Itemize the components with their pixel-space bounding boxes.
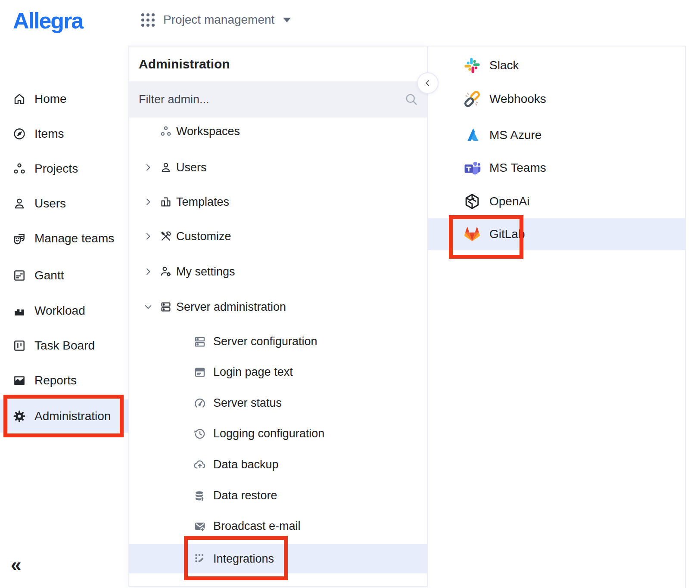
reports-icon: [12, 373, 27, 388]
history-icon: [192, 426, 208, 442]
administration-panel: Administration Workspaces Users Template…: [128, 46, 428, 587]
tree-item-users[interactable]: Users: [129, 150, 427, 185]
workspace-switcher[interactable]: Project management: [141, 13, 291, 27]
gantt-icon: [12, 268, 27, 283]
workload-icon: [12, 303, 27, 318]
azure-logo: [462, 125, 482, 145]
integration-item-webhooks[interactable]: Webhooks: [428, 82, 685, 116]
database-up-icon: [192, 488, 208, 504]
apps-grid-icon: [141, 13, 155, 27]
tools-icon: [159, 229, 173, 244]
server-icon: [192, 334, 208, 350]
sidebar-item-gantt[interactable]: Gantt: [0, 258, 128, 293]
gear-icon: [12, 409, 27, 424]
tree-item-data-backup[interactable]: Data backup: [129, 449, 427, 480]
tree-item-templates[interactable]: Templates: [129, 185, 427, 219]
workspace-label: Project management: [163, 13, 274, 27]
user-gear-icon: [159, 264, 173, 279]
integrations-list-panel: Slack Webhooks MS Azure: [428, 46, 686, 588]
tree-item-customize[interactable]: Customize: [129, 219, 427, 254]
search-icon: [404, 92, 419, 107]
sidebar-item-home[interactable]: Home: [0, 82, 128, 116]
tree-item-server-administration[interactable]: Server administration: [129, 290, 427, 324]
sidebar-item-task-board[interactable]: Task Board: [0, 328, 128, 363]
tree-item-server-configuration[interactable]: Server configuration: [129, 326, 427, 357]
sidebar-item-administration[interactable]: Administration: [0, 399, 128, 433]
gauge-icon: [192, 396, 208, 411]
filter-admin-input[interactable]: [139, 93, 389, 106]
integration-item-gitlab[interactable]: GitLab: [428, 218, 685, 250]
sidebar-item-workload[interactable]: Workload: [0, 294, 128, 328]
chevron-right-icon[interactable]: [143, 266, 153, 277]
chevron-right-icon[interactable]: [143, 231, 153, 241]
gitlab-logo: [462, 224, 482, 244]
openai-logo: [462, 192, 482, 211]
columns-icon: [159, 195, 173, 209]
user-icon: [12, 196, 27, 211]
masks-icon: [12, 231, 27, 246]
home-icon: [12, 92, 27, 106]
sidebar-item-reports[interactable]: Reports: [0, 363, 128, 398]
integration-item-ms-azure[interactable]: MS Azure: [428, 118, 685, 152]
tree-item-broadcast-email[interactable]: Broadcast e-mail: [129, 511, 427, 542]
kanban-icon: [12, 338, 27, 353]
sidebar-collapse-button[interactable]: «: [11, 555, 21, 574]
app-logo[interactable]: Allegra: [13, 8, 83, 34]
teams-logo: [462, 158, 482, 178]
mail-send-icon: [192, 519, 208, 534]
tree-item-server-status[interactable]: Server status: [129, 388, 427, 418]
slack-logo: [462, 56, 482, 75]
sidebar-item-users[interactable]: Users: [0, 186, 128, 221]
nodes-icon: [12, 161, 27, 176]
panel-collapse-button[interactable]: [417, 72, 439, 94]
chevron-down-icon[interactable]: [143, 302, 153, 312]
user-icon: [159, 160, 173, 175]
admin-filter-bar: [129, 81, 427, 118]
chevron-down-icon: [283, 18, 291, 22]
nodes-icon: [159, 124, 173, 139]
chevron-right-icon[interactable]: [143, 162, 153, 173]
integration-item-ms-teams[interactable]: MS Teams: [428, 151, 685, 185]
webhook-link-icon: [462, 89, 482, 109]
cloud-upload-icon: [192, 457, 208, 473]
page-text-icon: [192, 365, 208, 380]
tree-item-workspaces[interactable]: Workspaces: [129, 114, 427, 149]
tree-item-data-restore[interactable]: Data restore: [129, 480, 427, 511]
integrations-icon: [192, 551, 208, 566]
server-icon: [159, 300, 173, 314]
compass-icon: [12, 127, 27, 141]
tree-item-my-settings[interactable]: My settings: [129, 254, 427, 289]
tree-item-integrations[interactable]: Integrations: [129, 544, 427, 573]
sidebar-item-manage-teams[interactable]: Manage teams: [0, 221, 128, 256]
sidebar-item-projects[interactable]: Projects: [0, 152, 128, 186]
tree-item-logging-configuration[interactable]: Logging configuration: [129, 418, 427, 449]
chevron-right-icon[interactable]: [143, 197, 153, 207]
panel-title: Administration: [129, 46, 427, 81]
sidebar-item-items[interactable]: Items: [0, 117, 128, 151]
integration-item-openai[interactable]: OpenAi: [428, 185, 685, 218]
tree-item-login-page-text[interactable]: Login page text: [129, 357, 427, 387]
integration-item-slack[interactable]: Slack: [428, 49, 685, 82]
